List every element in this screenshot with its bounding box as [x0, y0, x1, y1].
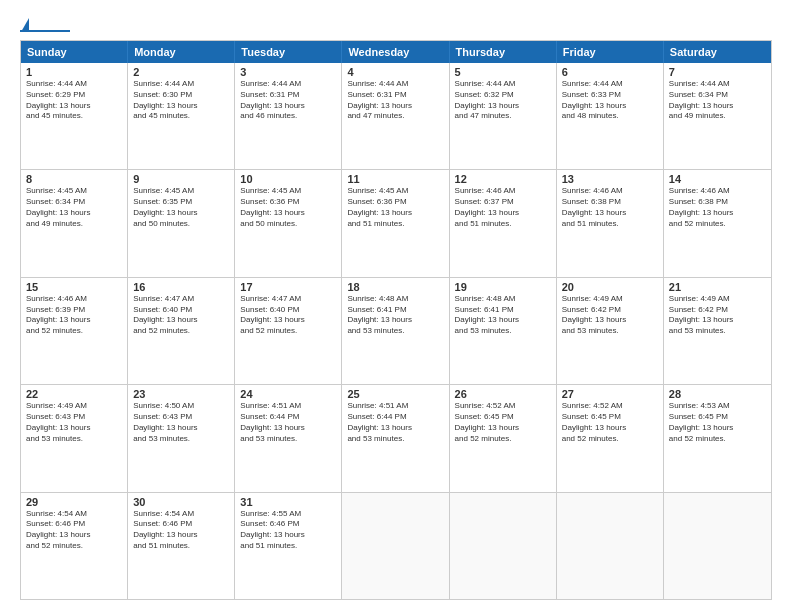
day-number: 17	[240, 281, 336, 293]
calendar-header: SundayMondayTuesdayWednesdayThursdayFrid…	[21, 41, 771, 63]
header-day-sunday: Sunday	[21, 41, 128, 63]
logo	[20, 18, 72, 32]
day-number: 22	[26, 388, 122, 400]
day-cell-16: 16Sunrise: 4:47 AMSunset: 6:40 PMDayligh…	[128, 278, 235, 384]
day-number: 15	[26, 281, 122, 293]
header-day-tuesday: Tuesday	[235, 41, 342, 63]
day-number: 13	[562, 173, 658, 185]
day-number: 6	[562, 66, 658, 78]
day-cell-13: 13Sunrise: 4:46 AMSunset: 6:38 PMDayligh…	[557, 170, 664, 276]
week-row-4: 22Sunrise: 4:49 AMSunset: 6:43 PMDayligh…	[21, 385, 771, 492]
day-details: Sunrise: 4:46 AMSunset: 6:39 PMDaylight:…	[26, 294, 122, 337]
empty-cell	[557, 493, 664, 599]
day-details: Sunrise: 4:51 AMSunset: 6:44 PMDaylight:…	[347, 401, 443, 444]
calendar: SundayMondayTuesdayWednesdayThursdayFrid…	[20, 40, 772, 600]
day-cell-3: 3Sunrise: 4:44 AMSunset: 6:31 PMDaylight…	[235, 63, 342, 169]
day-details: Sunrise: 4:54 AMSunset: 6:46 PMDaylight:…	[26, 509, 122, 552]
day-details: Sunrise: 4:46 AMSunset: 6:38 PMDaylight:…	[562, 186, 658, 229]
day-details: Sunrise: 4:45 AMSunset: 6:36 PMDaylight:…	[347, 186, 443, 229]
day-cell-28: 28Sunrise: 4:53 AMSunset: 6:45 PMDayligh…	[664, 385, 771, 491]
day-number: 16	[133, 281, 229, 293]
day-cell-9: 9Sunrise: 4:45 AMSunset: 6:35 PMDaylight…	[128, 170, 235, 276]
day-cell-5: 5Sunrise: 4:44 AMSunset: 6:32 PMDaylight…	[450, 63, 557, 169]
day-number: 5	[455, 66, 551, 78]
day-details: Sunrise: 4:44 AMSunset: 6:30 PMDaylight:…	[133, 79, 229, 122]
day-number: 25	[347, 388, 443, 400]
day-details: Sunrise: 4:45 AMSunset: 6:35 PMDaylight:…	[133, 186, 229, 229]
day-cell-14: 14Sunrise: 4:46 AMSunset: 6:38 PMDayligh…	[664, 170, 771, 276]
day-number: 26	[455, 388, 551, 400]
day-details: Sunrise: 4:48 AMSunset: 6:41 PMDaylight:…	[347, 294, 443, 337]
week-row-1: 1Sunrise: 4:44 AMSunset: 6:29 PMDaylight…	[21, 63, 771, 170]
day-number: 10	[240, 173, 336, 185]
day-cell-22: 22Sunrise: 4:49 AMSunset: 6:43 PMDayligh…	[21, 385, 128, 491]
day-details: Sunrise: 4:49 AMSunset: 6:42 PMDaylight:…	[669, 294, 766, 337]
day-details: Sunrise: 4:53 AMSunset: 6:45 PMDaylight:…	[669, 401, 766, 444]
day-details: Sunrise: 4:44 AMSunset: 6:31 PMDaylight:…	[240, 79, 336, 122]
day-cell-4: 4Sunrise: 4:44 AMSunset: 6:31 PMDaylight…	[342, 63, 449, 169]
logo-line	[20, 30, 70, 32]
header-day-saturday: Saturday	[664, 41, 771, 63]
day-cell-17: 17Sunrise: 4:47 AMSunset: 6:40 PMDayligh…	[235, 278, 342, 384]
day-details: Sunrise: 4:44 AMSunset: 6:31 PMDaylight:…	[347, 79, 443, 122]
day-details: Sunrise: 4:44 AMSunset: 6:32 PMDaylight:…	[455, 79, 551, 122]
day-number: 2	[133, 66, 229, 78]
day-details: Sunrise: 4:49 AMSunset: 6:43 PMDaylight:…	[26, 401, 122, 444]
day-details: Sunrise: 4:54 AMSunset: 6:46 PMDaylight:…	[133, 509, 229, 552]
day-number: 23	[133, 388, 229, 400]
day-cell-10: 10Sunrise: 4:45 AMSunset: 6:36 PMDayligh…	[235, 170, 342, 276]
day-number: 3	[240, 66, 336, 78]
day-cell-12: 12Sunrise: 4:46 AMSunset: 6:37 PMDayligh…	[450, 170, 557, 276]
day-number: 14	[669, 173, 766, 185]
day-details: Sunrise: 4:46 AMSunset: 6:37 PMDaylight:…	[455, 186, 551, 229]
day-cell-26: 26Sunrise: 4:52 AMSunset: 6:45 PMDayligh…	[450, 385, 557, 491]
day-details: Sunrise: 4:45 AMSunset: 6:36 PMDaylight:…	[240, 186, 336, 229]
day-cell-19: 19Sunrise: 4:48 AMSunset: 6:41 PMDayligh…	[450, 278, 557, 384]
day-cell-11: 11Sunrise: 4:45 AMSunset: 6:36 PMDayligh…	[342, 170, 449, 276]
day-number: 1	[26, 66, 122, 78]
day-cell-27: 27Sunrise: 4:52 AMSunset: 6:45 PMDayligh…	[557, 385, 664, 491]
day-number: 9	[133, 173, 229, 185]
header-day-friday: Friday	[557, 41, 664, 63]
day-number: 4	[347, 66, 443, 78]
day-details: Sunrise: 4:49 AMSunset: 6:42 PMDaylight:…	[562, 294, 658, 337]
day-cell-21: 21Sunrise: 4:49 AMSunset: 6:42 PMDayligh…	[664, 278, 771, 384]
day-cell-15: 15Sunrise: 4:46 AMSunset: 6:39 PMDayligh…	[21, 278, 128, 384]
day-cell-31: 31Sunrise: 4:55 AMSunset: 6:46 PMDayligh…	[235, 493, 342, 599]
day-number: 18	[347, 281, 443, 293]
day-details: Sunrise: 4:44 AMSunset: 6:29 PMDaylight:…	[26, 79, 122, 122]
day-details: Sunrise: 4:47 AMSunset: 6:40 PMDaylight:…	[133, 294, 229, 337]
day-details: Sunrise: 4:52 AMSunset: 6:45 PMDaylight:…	[562, 401, 658, 444]
empty-cell	[664, 493, 771, 599]
day-cell-1: 1Sunrise: 4:44 AMSunset: 6:29 PMDaylight…	[21, 63, 128, 169]
day-details: Sunrise: 4:44 AMSunset: 6:33 PMDaylight:…	[562, 79, 658, 122]
day-details: Sunrise: 4:45 AMSunset: 6:34 PMDaylight:…	[26, 186, 122, 229]
day-cell-30: 30Sunrise: 4:54 AMSunset: 6:46 PMDayligh…	[128, 493, 235, 599]
day-number: 12	[455, 173, 551, 185]
day-number: 29	[26, 496, 122, 508]
day-details: Sunrise: 4:48 AMSunset: 6:41 PMDaylight:…	[455, 294, 551, 337]
day-cell-2: 2Sunrise: 4:44 AMSunset: 6:30 PMDaylight…	[128, 63, 235, 169]
header	[20, 18, 772, 32]
day-number: 28	[669, 388, 766, 400]
day-number: 24	[240, 388, 336, 400]
day-details: Sunrise: 4:55 AMSunset: 6:46 PMDaylight:…	[240, 509, 336, 552]
day-number: 21	[669, 281, 766, 293]
day-cell-7: 7Sunrise: 4:44 AMSunset: 6:34 PMDaylight…	[664, 63, 771, 169]
week-row-2: 8Sunrise: 4:45 AMSunset: 6:34 PMDaylight…	[21, 170, 771, 277]
day-cell-18: 18Sunrise: 4:48 AMSunset: 6:41 PMDayligh…	[342, 278, 449, 384]
day-cell-29: 29Sunrise: 4:54 AMSunset: 6:46 PMDayligh…	[21, 493, 128, 599]
day-number: 20	[562, 281, 658, 293]
day-details: Sunrise: 4:51 AMSunset: 6:44 PMDaylight:…	[240, 401, 336, 444]
header-day-wednesday: Wednesday	[342, 41, 449, 63]
day-details: Sunrise: 4:46 AMSunset: 6:38 PMDaylight:…	[669, 186, 766, 229]
day-number: 19	[455, 281, 551, 293]
day-number: 7	[669, 66, 766, 78]
calendar-body: 1Sunrise: 4:44 AMSunset: 6:29 PMDaylight…	[21, 63, 771, 599]
day-details: Sunrise: 4:50 AMSunset: 6:43 PMDaylight:…	[133, 401, 229, 444]
day-cell-25: 25Sunrise: 4:51 AMSunset: 6:44 PMDayligh…	[342, 385, 449, 491]
day-details: Sunrise: 4:47 AMSunset: 6:40 PMDaylight:…	[240, 294, 336, 337]
day-details: Sunrise: 4:52 AMSunset: 6:45 PMDaylight:…	[455, 401, 551, 444]
day-cell-20: 20Sunrise: 4:49 AMSunset: 6:42 PMDayligh…	[557, 278, 664, 384]
day-cell-24: 24Sunrise: 4:51 AMSunset: 6:44 PMDayligh…	[235, 385, 342, 491]
